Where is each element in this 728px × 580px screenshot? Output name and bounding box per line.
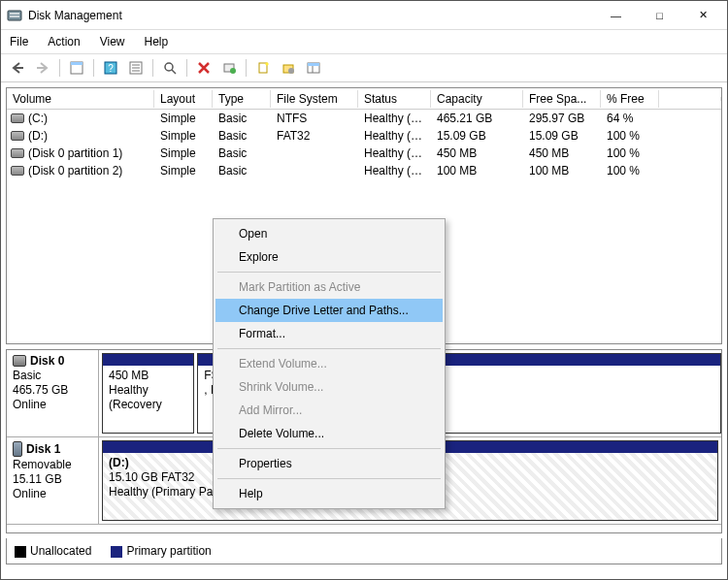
disk-size: 465.75 GB — [13, 383, 92, 397]
svg-point-19 — [288, 68, 294, 74]
volume-name: (Disk 0 partition 2) — [28, 164, 122, 177]
col-layout[interactable]: Layout — [154, 90, 213, 108]
volume-free: 100 MB — [523, 164, 601, 177]
menu-view[interactable]: View — [97, 33, 128, 50]
properties-button[interactable] — [125, 57, 147, 79]
volume-capacity: 15.09 GB — [431, 129, 523, 143]
swatch-unallocated — [15, 546, 26, 558]
volume-name: (C:) — [28, 112, 48, 125]
disk-state: Online — [13, 398, 92, 411]
ctx-extend-volume: Extend Volume... — [215, 352, 443, 375]
volume-row[interactable]: (D:)SimpleBasicFAT32Healthy (P...15.09 G… — [7, 127, 721, 145]
volume-pct: 100 % — [601, 164, 659, 177]
partition-line2: Healthy (Recovery — [109, 383, 162, 411]
ctx-change-drive-letter[interactable]: Change Drive Letter and Paths... — [215, 299, 443, 322]
disk-size: 15.11 GB — [13, 472, 92, 486]
legend-unallocated: Unallocated — [15, 544, 91, 558]
partition-title: (D:) — [109, 456, 129, 469]
volume-free: 450 MB — [523, 146, 601, 160]
volume-row[interactable]: (Disk 0 partition 2)SimpleBasicHealthy (… — [7, 162, 721, 179]
col-status[interactable]: Status — [358, 90, 431, 108]
svg-text:?: ? — [108, 63, 114, 74]
volume-status: Healthy (P... — [358, 129, 431, 143]
ctx-add-mirror: Add Mirror... — [215, 399, 443, 422]
disk-type: Basic — [13, 369, 92, 382]
menu-bar: File Action View Help — [1, 30, 727, 54]
settings-button[interactable] — [278, 57, 299, 79]
svg-point-13 — [165, 63, 173, 71]
svg-rect-6 — [71, 62, 83, 65]
ctx-mark-active: Mark Partition as Active — [215, 275, 443, 299]
volume-type: Basic — [213, 146, 271, 160]
col-filesystem[interactable]: File System — [271, 90, 358, 108]
partition-line1: 15.10 GB FAT32 — [109, 470, 195, 484]
volume-type: Basic — [213, 112, 271, 125]
forward-button[interactable] — [32, 57, 53, 79]
swatch-primary — [111, 546, 122, 558]
svg-line-14 — [172, 70, 176, 74]
svg-point-16 — [230, 68, 236, 74]
title-bar: Disk Management — □ ✕ — [1, 1, 727, 30]
menu-action[interactable]: Action — [45, 33, 83, 50]
volume-row[interactable]: (Disk 0 partition 1)SimpleBasicHealthy (… — [7, 145, 721, 162]
disk-icon — [13, 441, 22, 457]
volume-icon — [11, 166, 24, 176]
col-spacer — [659, 97, 721, 101]
volume-name: (D:) — [28, 129, 48, 143]
ctx-explore[interactable]: Explore — [215, 245, 443, 269]
volume-free: 295.97 GB — [523, 112, 601, 125]
help-button[interactable]: ? — [100, 57, 121, 79]
app-icon — [7, 8, 22, 23]
volume-row[interactable]: (C:)SimpleBasicNTFSHealthy (B...465.21 G… — [7, 110, 721, 127]
volume-capacity: 450 MB — [431, 146, 523, 160]
ctx-properties[interactable]: Properties — [215, 452, 443, 475]
col-type[interactable]: Type — [213, 90, 271, 108]
minimize-button[interactable]: — — [594, 1, 638, 30]
delete-button[interactable] — [193, 57, 215, 79]
volume-layout: Simple — [154, 146, 213, 160]
volume-type: Basic — [213, 164, 271, 177]
disk-type: Removable — [13, 458, 92, 471]
menu-help[interactable]: Help — [142, 33, 172, 50]
view-button[interactable] — [303, 57, 324, 79]
volume-status: Healthy (E... — [358, 164, 431, 177]
svg-rect-2 — [10, 16, 19, 17]
volume-status: Healthy (B... — [358, 112, 431, 125]
window-title: Disk Management — [28, 9, 122, 22]
refresh-button[interactable] — [159, 57, 181, 79]
disk-label[interactable]: Disk 1Removable15.11 GBOnline — [7, 437, 99, 524]
volume-capacity: 465.21 GB — [431, 112, 523, 125]
show-hide-console-tree-button[interactable] — [66, 57, 87, 79]
volume-icon — [11, 148, 24, 158]
svg-rect-1 — [10, 13, 19, 15]
ctx-delete-volume[interactable]: Delete Volume... — [215, 422, 443, 445]
partition-line1: 450 MB — [109, 369, 149, 382]
disk-label[interactable]: Disk 0Basic465.75 GBOnline — [7, 350, 99, 436]
col-free-space[interactable]: Free Spa... — [523, 90, 601, 108]
col-volume[interactable]: Volume — [7, 90, 154, 108]
legend-primary: Primary partition — [111, 544, 211, 558]
volume-pct: 100 % — [601, 129, 659, 143]
volume-status: Healthy (R... — [358, 146, 431, 160]
maximize-button[interactable]: □ — [638, 1, 681, 30]
col-percent-free[interactable]: % Free — [601, 90, 659, 108]
ctx-help[interactable]: Help — [215, 482, 443, 505]
back-button[interactable] — [7, 57, 28, 79]
partition[interactable]: 450 MBHealthy (Recovery — [102, 353, 194, 434]
volume-type: Basic — [213, 129, 271, 143]
context-menu: Open Explore Mark Partition as Active Ch… — [213, 218, 446, 509]
ctx-format[interactable]: Format... — [215, 322, 443, 345]
volume-pct: 100 % — [601, 146, 659, 160]
disk-name: Disk 1 — [26, 442, 60, 456]
svg-rect-21 — [308, 63, 319, 66]
volume-capacity: 100 MB — [431, 164, 523, 177]
ctx-open[interactable]: Open — [215, 222, 443, 245]
volume-free: 15.09 GB — [523, 129, 601, 143]
volume-fs: FAT32 — [271, 129, 358, 143]
col-capacity[interactable]: Capacity — [431, 90, 523, 108]
volume-name: (Disk 0 partition 1) — [28, 146, 122, 160]
menu-file[interactable]: File — [7, 33, 31, 50]
close-button[interactable]: ✕ — [681, 1, 725, 30]
new-button[interactable] — [252, 57, 274, 79]
action-button[interactable] — [218, 57, 240, 79]
